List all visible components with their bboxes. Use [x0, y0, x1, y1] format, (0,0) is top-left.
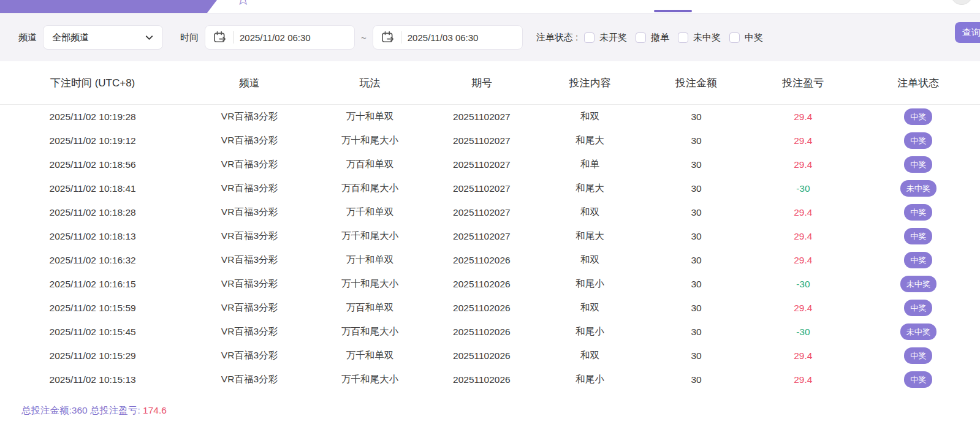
date-from-value: 2025/11/02 06:30	[240, 32, 311, 43]
cell-channel: VR百福3分彩	[185, 206, 313, 219]
table-row: 2025/11/02 10:15:59 VR百福3分彩 万百和单双 202511…	[0, 296, 980, 320]
search-button[interactable]: 查询	[955, 22, 980, 43]
status-filter-label: 注单状态 :	[536, 32, 578, 44]
table-row: 2025/11/02 10:18:56 VR百福3分彩 万百和单双 202511…	[0, 153, 980, 176]
totals-label: 总投注金额:360 总投注盈亏:	[21, 405, 140, 415]
bet-records-table: 下注时间 (UTC+8)频道玩法期号投注内容投注金额投注盈亏注单状态 2025/…	[0, 61, 980, 392]
channel-select-value: 全部频道	[52, 32, 145, 44]
cell-status: 中奖	[856, 204, 979, 221]
cell-status: 中奖	[856, 252, 979, 268]
cell-issue-number: 20251102026	[427, 255, 537, 266]
cell-channel: VR百福3分彩	[185, 230, 313, 243]
checkbox-icon[interactable]	[729, 32, 740, 43]
cell-issue-number: 20251102026	[427, 303, 537, 314]
cell-profit: -30	[750, 327, 856, 338]
cell-play-type: 万十和尾大小	[314, 278, 427, 290]
cell-bet-content: 和尾小	[537, 325, 643, 338]
cell-channel: VR百福3分彩	[185, 301, 313, 314]
cell-bet-content: 和单	[537, 158, 643, 171]
status-badge[interactable]: 中奖	[904, 347, 932, 364]
column-header: 频道	[185, 76, 313, 90]
table-row: 2025/11/02 10:16:15 VR百福3分彩 万十和尾大小 20251…	[0, 272, 980, 296]
cell-issue-number: 20251102027	[427, 135, 537, 146]
calendar-icon	[213, 31, 227, 45]
channel-select[interactable]: 全部频道	[43, 25, 163, 50]
date-to-input[interactable]: 2025/11/03 06:30	[373, 25, 523, 50]
cell-profit: 29.4	[750, 207, 856, 218]
avatar[interactable]	[951, 0, 973, 5]
cell-profit: 29.4	[750, 112, 856, 123]
active-tab-shape[interactable]	[0, 0, 217, 13]
status-checkbox[interactable]: 撤单	[636, 32, 669, 44]
chevron-down-icon	[145, 33, 154, 42]
status-badge[interactable]: 中奖	[904, 204, 932, 221]
cell-channel: VR百福3分彩	[185, 110, 313, 123]
status-badge[interactable]: 中奖	[904, 108, 932, 125]
table-row: 2025/11/02 10:19:12 VR百福3分彩 万十和尾大小 20251…	[0, 129, 980, 153]
table-row: 2025/11/02 10:15:29 VR百福3分彩 万千和单双 202511…	[0, 344, 980, 368]
cell-bet-time: 2025/11/02 10:18:13	[0, 231, 185, 242]
cell-status: 中奖	[856, 132, 979, 149]
cell-bet-time: 2025/11/02 10:19:28	[0, 112, 185, 123]
checkbox-label: 未开奖	[599, 32, 627, 44]
status-badge[interactable]: 中奖	[904, 132, 932, 149]
table-row: 2025/11/02 10:15:13 VR百福3分彩 万千和尾大小 20251…	[0, 368, 980, 392]
date-from-input[interactable]: 2025/11/02 06:30	[205, 25, 355, 50]
cell-profit: 29.4	[750, 303, 856, 314]
status-checkbox[interactable]: 未中奖	[678, 32, 721, 44]
cell-profit: 29.4	[750, 255, 856, 266]
column-header: 投注内容	[537, 76, 643, 90]
status-badge[interactable]: 中奖	[904, 156, 932, 173]
cell-status: 中奖	[856, 108, 979, 125]
cell-profit: 29.4	[750, 135, 856, 146]
status-checkbox[interactable]: 未开奖	[584, 32, 627, 44]
status-badge[interactable]: 未中奖	[900, 180, 936, 197]
cell-issue-number: 20251102026	[427, 350, 537, 361]
status-badge[interactable]: 中奖	[904, 300, 932, 316]
cell-play-type: 万十和尾大小	[314, 134, 427, 147]
checkbox-icon[interactable]	[584, 32, 594, 43]
cell-channel: VR百福3分彩	[185, 182, 313, 195]
cell-profit: -30	[750, 183, 856, 194]
cell-play-type: 万百和尾大小	[314, 182, 427, 195]
cell-issue-number: 20251102027	[427, 183, 537, 194]
cell-bet-amount: 30	[643, 183, 750, 194]
cell-bet-amount: 30	[643, 135, 750, 146]
cell-bet-amount: 30	[643, 374, 750, 385]
input-divider	[233, 31, 234, 44]
filter-bar: 频道 全部频道 时间 2025/11/02 06:30 ~	[0, 13, 980, 61]
cell-bet-time: 2025/11/02 10:18:56	[0, 159, 185, 170]
cell-bet-content: 和双	[537, 301, 643, 314]
cell-channel: VR百福3分彩	[185, 158, 313, 171]
cell-bet-amount: 30	[643, 231, 750, 242]
table-row: 2025/11/02 10:18:41 VR百福3分彩 万百和尾大小 20251…	[0, 176, 980, 200]
column-header: 注单状态	[856, 76, 979, 90]
status-badge[interactable]: 未中奖	[900, 323, 936, 340]
cell-bet-amount: 30	[643, 159, 750, 170]
cell-bet-time: 2025/11/02 10:16:32	[0, 255, 185, 266]
status-badge[interactable]: 中奖	[904, 252, 932, 268]
cell-bet-content: 和双	[537, 349, 643, 362]
tab-active-indicator[interactable]	[654, 10, 692, 12]
channel-label: 频道	[18, 32, 37, 44]
cell-profit: 29.4	[750, 231, 856, 242]
cell-status: 未中奖	[856, 323, 979, 340]
checkbox-icon[interactable]	[636, 32, 646, 43]
table-row: 2025/11/02 10:19:28 VR百福3分彩 万十和单双 202511…	[0, 105, 980, 129]
cell-play-type: 万百和单双	[314, 301, 427, 314]
cell-play-type: 万千和单双	[314, 349, 427, 362]
cell-bet-time: 2025/11/02 10:15:13	[0, 374, 185, 385]
checkbox-label: 中奖	[745, 32, 763, 44]
status-checkbox[interactable]: 中奖	[729, 32, 763, 44]
column-header: 玩法	[314, 76, 427, 90]
cell-bet-amount: 30	[643, 350, 750, 361]
time-label: 时间	[180, 32, 199, 44]
status-badge[interactable]: 中奖	[904, 228, 932, 244]
column-header: 投注盈亏	[750, 76, 856, 90]
cell-bet-time: 2025/11/02 10:16:15	[0, 279, 185, 290]
cell-bet-amount: 30	[643, 327, 750, 338]
status-badge[interactable]: 未中奖	[900, 276, 936, 292]
checkbox-icon[interactable]	[678, 32, 688, 43]
status-badge[interactable]: 中奖	[904, 371, 932, 388]
checkbox-label: 撤单	[651, 32, 669, 44]
